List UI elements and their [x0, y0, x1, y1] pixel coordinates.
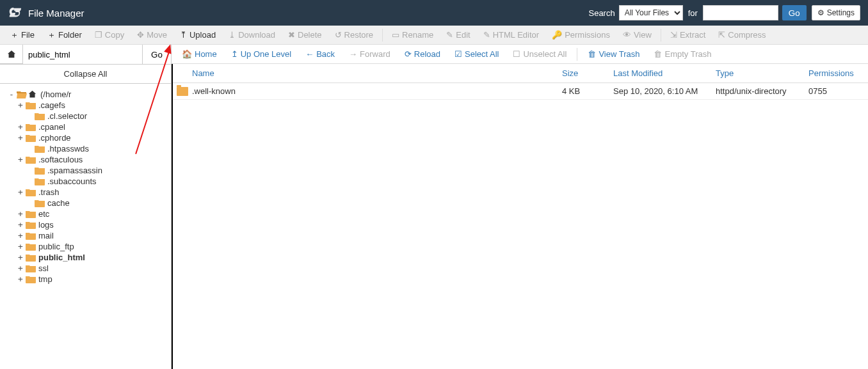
- tree-node--trash[interactable]: +.trash: [8, 187, 168, 198]
- tree-label: public_ftp: [38, 242, 74, 251]
- tree-label: .cpanel: [38, 122, 65, 132]
- file-label: File: [21, 30, 35, 40]
- new-folder-button[interactable]: ＋Folder: [41, 26, 88, 45]
- permissions-label: Permissions: [565, 30, 610, 40]
- tree-node-tmp[interactable]: +tmp: [8, 274, 168, 285]
- folder-icon: [17, 90, 27, 98]
- column-type[interactable]: Type: [711, 68, 803, 78]
- tree-node-etc[interactable]: +etc: [8, 208, 168, 219]
- restore-label: Restore: [344, 30, 374, 40]
- edit-icon: ✎: [446, 30, 453, 40]
- up-one-level-button[interactable]: ↥Up One Level: [225, 45, 298, 64]
- collapse-all-button[interactable]: Collapse All: [0, 65, 171, 84]
- tree-toggle[interactable]: -: [8, 90, 15, 99]
- settings-label: Settings: [827, 8, 855, 17]
- row-permissions: 0755: [803, 86, 868, 96]
- folder-icon: [26, 210, 36, 218]
- html-editor-button[interactable]: ✎HTML Editor: [477, 26, 545, 45]
- tree-node-public-html[interactable]: +public_html: [8, 252, 168, 263]
- tree-toggle[interactable]: +: [17, 209, 24, 219]
- reload-button[interactable]: ⟳Reload: [398, 45, 447, 64]
- tree-node-ssl[interactable]: +ssl: [8, 263, 168, 274]
- move-button[interactable]: ✥Move: [131, 26, 173, 45]
- tree-toggle[interactable]: +: [17, 253, 24, 262]
- home-path-button[interactable]: [0, 45, 23, 64]
- restore-button[interactable]: ↺Restore: [328, 26, 380, 45]
- compress-button[interactable]: ⇱Compress: [712, 26, 772, 45]
- tree-toggle[interactable]: +: [17, 100, 24, 110]
- tree-node--htpasswds[interactable]: .htpasswds: [8, 143, 168, 154]
- nav-home-label: Home: [195, 49, 217, 59]
- search-go-button[interactable]: Go: [782, 5, 807, 20]
- folder-icon: [26, 253, 36, 262]
- tree-node-cache[interactable]: cache: [8, 198, 168, 208]
- tree-toggle[interactable]: +: [17, 274, 24, 284]
- extract-button[interactable]: ⇲Extract: [664, 26, 712, 45]
- rename-button[interactable]: ▭Rename: [385, 26, 440, 45]
- settings-button[interactable]: ⚙ Settings: [812, 5, 860, 20]
- separator: [382, 29, 383, 42]
- tree-label: (/home/r: [40, 90, 71, 99]
- tree-node--cpanel[interactable]: +.cpanel: [8, 122, 168, 132]
- nav-home-button[interactable]: 🏠Home: [175, 45, 223, 64]
- tree-toggle[interactable]: +: [17, 231, 24, 240]
- app-title: File Manager: [28, 8, 84, 19]
- tree-toggle[interactable]: +: [17, 220, 24, 230]
- tree-node-public-ftp[interactable]: +public_ftp: [8, 241, 168, 252]
- tree-node--cl-selector[interactable]: .cl.selector: [8, 111, 168, 122]
- delete-button[interactable]: ✖Delete: [282, 26, 328, 45]
- tree-label: .htpasswds: [47, 144, 89, 153]
- new-file-button[interactable]: ＋File: [4, 26, 41, 45]
- column-last-modified[interactable]: Last Modified: [608, 68, 711, 78]
- tree-node-mail[interactable]: +mail: [8, 230, 168, 241]
- table-row[interactable]: .well-known4 KBSep 10, 2020, 6:10 AMhttp…: [173, 83, 868, 100]
- search-input[interactable]: [703, 5, 778, 20]
- tree-node---home-r[interactable]: -(/home/r: [8, 89, 168, 100]
- folder-icon: [35, 112, 45, 120]
- permissions-button[interactable]: 🔑Permissions: [545, 26, 616, 45]
- tree-toggle[interactable]: +: [17, 122, 24, 132]
- forward-button[interactable]: →Forward: [342, 45, 397, 64]
- tree-node-logs[interactable]: +logs: [8, 219, 168, 230]
- restore-icon: ↺: [335, 30, 342, 40]
- tree-toggle[interactable]: +: [17, 242, 24, 251]
- tree-node--subaccounts[interactable]: .subaccounts: [8, 176, 168, 187]
- permissions-icon: 🔑: [552, 30, 562, 40]
- download-button[interactable]: ⤓Download: [222, 26, 282, 45]
- tree-label: .trash: [38, 187, 60, 197]
- row-name: .well-known: [192, 86, 236, 96]
- back-button[interactable]: ←Back: [299, 45, 341, 64]
- extract-label: Extract: [680, 30, 705, 40]
- tree-node--softaculous[interactable]: +.softaculous: [8, 154, 168, 165]
- tree-toggle[interactable]: +: [17, 133, 24, 143]
- html-editor-icon: ✎: [483, 30, 490, 40]
- tree-label: tmp: [38, 274, 52, 284]
- empty-trash-button[interactable]: 🗑Empty Trash: [647, 45, 718, 64]
- column-name[interactable]: Name: [173, 68, 557, 78]
- tree-node--spamassassin[interactable]: .spamassassin: [8, 165, 168, 176]
- tree-node--cagefs[interactable]: +.cagefs: [8, 100, 168, 111]
- column-permissions[interactable]: Permissions: [803, 68, 868, 78]
- tree-node--cphorde[interactable]: +.cphorde: [8, 132, 168, 143]
- edit-button[interactable]: ✎Edit: [440, 26, 476, 45]
- column-size[interactable]: Size: [557, 68, 608, 78]
- view-trash-button[interactable]: 🗑View Trash: [581, 45, 646, 64]
- tree-toggle[interactable]: +: [17, 155, 24, 164]
- path-go-button[interactable]: Go: [143, 45, 171, 64]
- download-label: Download: [238, 30, 275, 40]
- compress-icon: ⇱: [718, 30, 725, 40]
- separator: [661, 29, 661, 42]
- path-input[interactable]: [23, 45, 143, 64]
- copy-button[interactable]: ❐Copy: [88, 26, 131, 45]
- tree-label: mail: [38, 231, 54, 240]
- download-icon: ⤓: [229, 30, 236, 40]
- upload-button[interactable]: ⤒Upload: [173, 26, 222, 45]
- plus-icon: ＋: [47, 29, 56, 41]
- tree-toggle[interactable]: +: [17, 263, 24, 273]
- view-button[interactable]: 👁View: [616, 26, 658, 45]
- tree-toggle[interactable]: +: [17, 187, 24, 197]
- unselect-all-button[interactable]: ☐Unselect All: [506, 45, 573, 64]
- search-scope-select[interactable]: All Your Files: [619, 5, 683, 20]
- folder-icon: [26, 232, 36, 240]
- select-all-button[interactable]: ☑Select All: [448, 45, 505, 64]
